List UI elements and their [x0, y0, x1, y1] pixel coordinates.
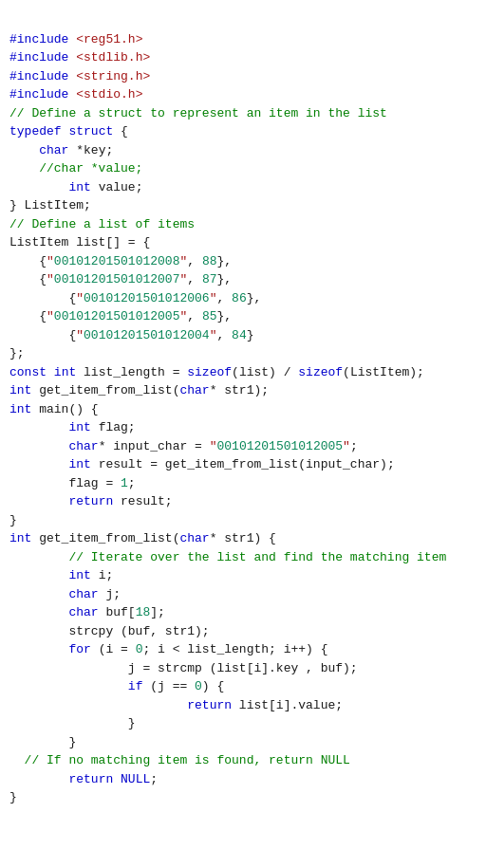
- code-line: if (j == 0) {: [9, 677, 477, 696]
- code-line: // If no matching item is found, return …: [9, 751, 477, 770]
- code-line: {"00101201501012008", 88},: [9, 252, 477, 271]
- code-line: };: [9, 344, 477, 363]
- code-line: {"00101201501012005", 85},: [9, 307, 477, 326]
- code-line: char *key;: [9, 141, 477, 160]
- code-line: int flag;: [9, 418, 477, 437]
- code-line: int get_item_from_list(char* str1) {: [9, 529, 477, 548]
- code-line: // Define a struct to represent an item …: [9, 104, 477, 123]
- code-line: const int list_length = sizeof(list) / s…: [9, 363, 477, 382]
- code-line: #include <stdio.h>: [9, 85, 477, 104]
- code-line: ListItem list[] = {: [9, 233, 477, 252]
- code-line: char buf[18];: [9, 603, 477, 622]
- code-line: {"00101201501012006", 86},: [9, 289, 477, 308]
- code-line: int i;: [9, 566, 477, 585]
- code-editor: #include <reg51.h>#include <stdlib.h>#in…: [0, 0, 486, 819]
- code-line: // Define a list of items: [9, 215, 477, 234]
- code-line: #include <string.h>: [9, 67, 477, 86]
- code-line: for (i = 0; i < list_length; i++) {: [9, 640, 477, 659]
- code-line: } ListItem;: [9, 196, 477, 215]
- code-line: int result = get_item_from_list(input_ch…: [9, 455, 477, 474]
- code-line: //char *value;: [9, 159, 477, 178]
- code-line: return list[i].value;: [9, 696, 477, 715]
- code-line: strcpy (buf, str1);: [9, 622, 477, 641]
- code-line: char j;: [9, 585, 477, 604]
- code-line: return result;: [9, 492, 477, 511]
- code-line: return NULL;: [9, 770, 477, 789]
- code-line: // Iterate over the list and find the ma…: [9, 548, 477, 567]
- code-line: typedef struct {: [9, 122, 477, 141]
- code-line: #include <reg51.h>: [9, 30, 477, 49]
- code-line: int value;: [9, 178, 477, 197]
- code-line: int get_item_from_list(char* str1);: [9, 381, 477, 400]
- code-line: {"00101201501012004", 84}: [9, 326, 477, 345]
- code-line: char* input_char = "00101201501012005";: [9, 437, 477, 456]
- code-line: {"00101201501012007", 87},: [9, 270, 477, 289]
- code-line: }: [9, 714, 477, 733]
- code-line: #include <stdlib.h>: [9, 48, 477, 67]
- code-line: flag = 1;: [9, 474, 477, 493]
- code-line: }: [9, 733, 477, 752]
- code-line: j = strcmp (list[i].key , buf);: [9, 659, 477, 678]
- code-line: }: [9, 788, 477, 807]
- code-line: }: [9, 511, 477, 530]
- code-line: int main() {: [9, 400, 477, 419]
